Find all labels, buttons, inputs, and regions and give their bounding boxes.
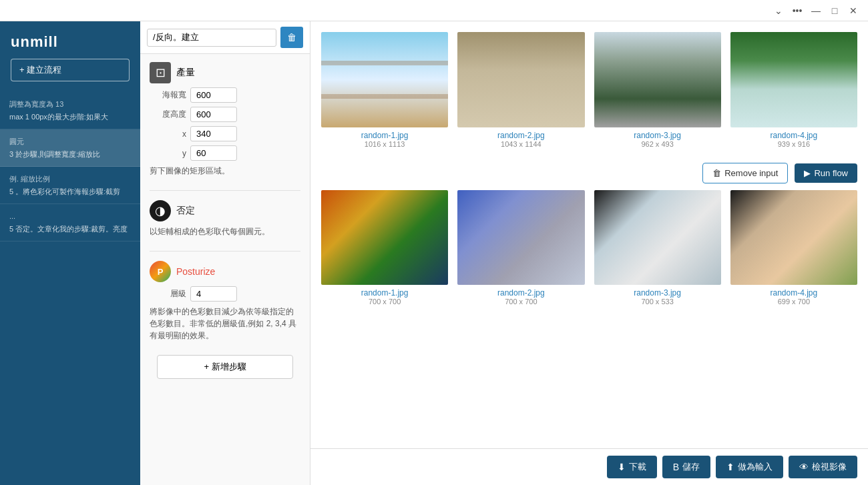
negate-step-desc: 以矩輔相成的色彩取代每個圓元。 [150,225,300,237]
input-image-name-2: random-3.jpg [634,131,681,140]
sidebar-item-desc-0: max 1 00px的最大步階:如果大 [9,111,131,123]
input-image-cell-2[interactable]: random-3.jpg 962 x 493 [594,32,721,148]
sidebar-item-num-1: 圓元 [9,136,131,147]
steps-scroll[interactable]: ⊡ 產量 海報寬 度高度 x y [140,54,310,485]
output-image-size-0: 700 x 700 [369,298,401,306]
poster-width-label: 海報寬 [150,89,186,101]
posturize-step-icon: P [150,261,171,282]
posturize-step-desc: 將影像中的色彩數目減少為依等級指定的色彩數目。非常低的層級值,例如 2, 3,4… [150,306,300,342]
remove-input-button[interactable]: 🗑 Remove input [702,163,788,183]
bottom-btn-1[interactable]: B儲存 [662,456,710,478]
posturize-step-label: Posturize [176,266,215,277]
minimize-button[interactable]: — [807,1,825,20]
input-thumb-3 [730,32,857,127]
bottom-btn-icon-0: ⬇ [618,462,626,472]
right-panel: random-1.jpg 1016 x 1113 random-2.jpg 10… [310,21,868,485]
output-image-name-0: random-1.jpg [361,288,409,298]
x-input[interactable] [190,126,237,141]
action-row: 🗑 Remove input ▶ Run flow [321,159,857,190]
input-image-cell-3[interactable]: random-4.jpg 939 x 916 [730,32,857,148]
more-icon[interactable]: ••• [788,1,807,20]
output-image-cell-3[interactable]: random-4.jpg 699 x 700 [730,190,857,306]
output-image-cell-2[interactable]: random-3.jpg 700 x 533 [594,190,721,306]
maximize-button[interactable]: □ [825,1,844,20]
app-title: unmill [0,21,140,59]
output-image-cell-1[interactable]: random-2.jpg 700 x 700 [457,190,584,306]
input-thumb-1 [457,32,584,127]
middle-toolbar: 🗑 [140,21,310,54]
sidebar-item-desc-3: 5 否定。文章化我的步驟:裁剪。亮度 [9,223,131,235]
bottom-btn-label-1: 儲存 [682,461,700,473]
close-button[interactable]: ✕ [844,1,863,20]
input-image-grid: random-1.jpg 1016 x 1113 random-2.jpg 10… [321,32,857,148]
sidebar-item-1[interactable]: 圓元 3 於步驟,則調整寬度:縮放比 [0,129,140,167]
step-posturize: P Posturize 層級 將影像中的色彩數目減少為依等級指定的色彩數目。非常… [150,261,300,342]
sidebar-item-desc-1: 3 於步驟,則調整寬度:縮放比 [9,149,131,160]
bottom-btn-label-2: 做為輸入 [738,461,773,473]
output-image-name-1: random-2.jpg [497,288,545,298]
poster-height-input[interactable] [190,107,237,122]
output-image-size-2: 700 x 533 [641,298,673,306]
output-thumb-0 [321,190,448,286]
output-thumb-3 [730,190,857,286]
y-label: y [150,149,186,158]
levels-input[interactable] [190,286,237,302]
bottom-btn-icon-1: B [673,462,679,472]
x-label: x [150,129,186,139]
run-icon: ▶ [804,168,811,178]
output-image-size-3: 699 x 700 [778,298,810,306]
bottom-bar: ⬇下載B儲存⬆做為輸入👁檢視影像 [310,448,868,485]
input-image-name-0: random-1.jpg [361,131,409,140]
sidebar-item-0[interactable]: 調整為寬度為 13 max 1 00px的最大步階:如果大 [0,92,140,129]
chevron-down-icon[interactable]: ⌄ [769,1,788,20]
input-thumb-2 [594,32,721,127]
input-image-size-1: 1043 x 1144 [501,140,541,148]
input-image-cell-0[interactable]: random-1.jpg 1016 x 1113 [321,32,448,148]
output-image-name-3: random-4.jpg [771,288,818,298]
bottom-btn-3[interactable]: 👁檢視影像 [789,456,857,478]
step-crop: ⊡ 產量 海報寬 度高度 x y [150,62,300,177]
negate-step-icon: ◑ [150,200,171,221]
input-image-size-2: 962 x 493 [641,140,673,148]
bottom-btn-2[interactable]: ⬆做為輸入 [716,456,783,478]
y-input[interactable] [190,145,237,161]
step-negate: ◑ 否定 以矩輔相成的色彩取代每個圓元。 [150,200,300,237]
image-grid-area[interactable]: random-1.jpg 1016 x 1113 random-2.jpg 10… [310,21,868,448]
run-flow-label: Run flow [814,168,848,178]
sidebar-item-desc-2: 5 。將色彩化可製作海報步驟:截剪 [9,186,131,197]
crop-step-icon: ⊡ [150,62,171,83]
remove-icon: 🗑 [712,168,721,178]
delete-flow-button[interactable]: 🗑 [280,27,303,48]
output-image-cell-0[interactable]: random-1.jpg 700 x 700 [321,190,448,306]
sidebar-item-3[interactable]: ... 5 否定。文章化我的步驟:裁剪。亮度 [0,204,140,241]
sidebar-item-2[interactable]: 例. 縮放比例 5 。將色彩化可製作海報步驟:截剪 [0,167,140,204]
poster-width-input[interactable] [190,87,237,103]
poster-height-label: 度高度 [150,109,186,120]
input-image-cell-1[interactable]: random-2.jpg 1043 x 1144 [457,32,584,148]
input-image-size-0: 1016 x 1113 [365,140,405,148]
bottom-btn-icon-3: 👁 [799,462,809,472]
bottom-btn-0[interactable]: ⬇下載 [607,456,657,478]
title-bar: ⌄ ••• — □ ✕ [0,0,868,21]
remove-input-label: Remove input [724,168,778,178]
input-image-name-1: random-2.jpg [497,131,545,140]
output-thumb-1 [457,190,584,286]
output-thumb-2 [594,190,721,286]
create-flow-button[interactable]: + 建立流程 [11,59,130,81]
levels-label: 層級 [150,288,186,300]
sidebar: unmill + 建立流程 調整為寬度為 13 max 1 00px的最大步階:… [0,21,140,485]
output-image-grid: random-1.jpg 700 x 700 random-2.jpg 700 … [321,190,857,306]
crop-step-label: 產量 [176,67,195,79]
input-image-name-3: random-4.jpg [771,131,818,140]
flow-name-input[interactable] [147,29,276,47]
input-thumb-0 [321,32,448,127]
sidebar-item-num-3: ... [9,211,131,222]
run-flow-button[interactable]: ▶ Run flow [795,163,857,183]
app-body: unmill + 建立流程 調整為寬度為 13 max 1 00px的最大步階:… [0,21,868,485]
sidebar-item-num-0: 調整為寬度為 13 [9,99,131,110]
bottom-btn-label-0: 下載 [629,461,646,473]
output-image-name-2: random-3.jpg [634,288,681,298]
sidebar-item-num-2: 例. 縮放比例 [9,173,131,185]
output-image-size-1: 700 x 700 [505,298,537,306]
add-step-button[interactable]: + 新增步驟 [157,355,292,379]
